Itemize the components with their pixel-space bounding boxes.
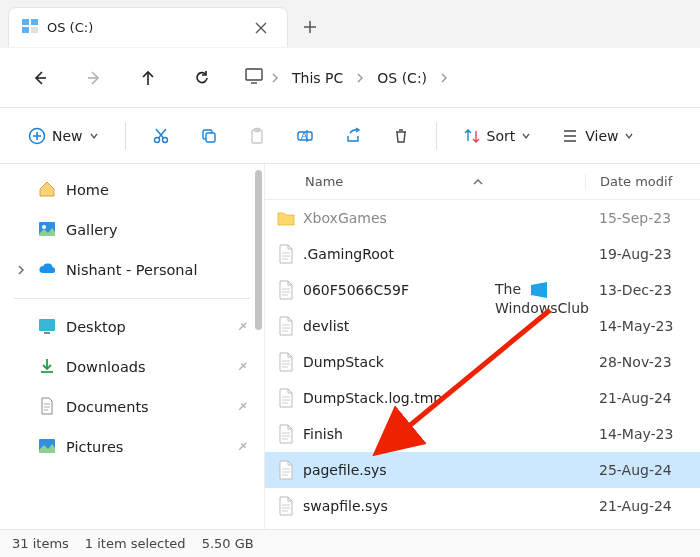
file-date: 13-Dec-23 (585, 282, 700, 298)
pin-icon (232, 317, 252, 337)
drive-icon (21, 17, 39, 39)
pin-icon (232, 437, 252, 457)
desktop-icon (38, 317, 56, 338)
delete-button[interactable] (382, 118, 420, 154)
file-name: Finish (299, 426, 585, 442)
file-name: .GamingRoot (299, 246, 585, 262)
sidebar-item-label: Desktop (66, 319, 126, 335)
sidebar-item-label: Gallery (66, 222, 118, 238)
share-button[interactable] (334, 118, 372, 154)
list-icon (561, 127, 579, 145)
sidebar-item-label: Documents (66, 399, 149, 415)
file-name: DumpStack.log.tmp (299, 390, 585, 406)
main-area: Home Gallery Nishant - Personal Desktop … (0, 164, 700, 529)
new-tab-button[interactable] (292, 9, 328, 45)
breadcrumb[interactable]: This PC OS (C:) (244, 66, 449, 90)
new-button[interactable]: New (18, 118, 109, 154)
file-name: swapfile.sys (299, 498, 585, 514)
close-tab-button[interactable] (247, 14, 275, 42)
sidebar-item-onedrive[interactable]: Nishant - Personal (0, 250, 264, 290)
svg-rect-16 (39, 319, 55, 331)
file-icon (265, 496, 299, 516)
sidebar-scrollbar[interactable] (255, 170, 262, 330)
column-header-name[interactable]: Name (265, 174, 585, 189)
file-row[interactable]: XboxGames15-Sep-23 (265, 200, 700, 236)
file-row[interactable]: DumpStack.log.tmp21-Aug-24 (265, 380, 700, 416)
status-size: 5.50 GB (202, 536, 254, 551)
file-date: 21-Aug-24 (585, 498, 700, 514)
chevron-down-icon (89, 128, 99, 144)
file-icon (265, 352, 299, 372)
sort-button[interactable]: Sort (453, 118, 542, 154)
view-label: View (585, 128, 618, 144)
watermark: The WindowsClub (495, 280, 589, 317)
crumb-drive[interactable]: OS (C:) (371, 66, 433, 90)
sidebar-item-label: Downloads (66, 359, 146, 375)
up-button[interactable] (128, 58, 168, 98)
svg-point-7 (162, 137, 167, 142)
file-icon (265, 244, 299, 264)
separator (14, 298, 250, 299)
sidebar-item-pictures[interactable]: Pictures (0, 427, 264, 467)
pin-icon (232, 357, 252, 377)
sidebar-item-documents[interactable]: Documents (0, 387, 264, 427)
forward-button[interactable] (74, 58, 114, 98)
file-row[interactable]: pagefile.sys25-Aug-24 (265, 452, 700, 488)
windows-flag-icon (530, 281, 548, 299)
sidebar-item-label: Home (66, 182, 109, 198)
file-row[interactable]: swapfile.sys21-Aug-24 (265, 488, 700, 524)
file-row[interactable]: 060F5066C59F13-Dec-23 (265, 272, 700, 308)
file-row[interactable]: Finish14-May-23 (265, 416, 700, 452)
rename-icon: A (296, 127, 314, 145)
svg-rect-0 (22, 19, 29, 25)
file-name: devlist (299, 318, 585, 334)
cut-button[interactable] (142, 118, 180, 154)
tab[interactable]: OS (C:) (8, 7, 288, 47)
file-row[interactable]: DumpStack28-Nov-23 (265, 344, 700, 380)
refresh-button[interactable] (182, 58, 222, 98)
copy-button[interactable] (190, 118, 228, 154)
chevron-right-icon[interactable] (355, 68, 365, 87)
view-button[interactable]: View (551, 118, 644, 154)
sort-label: Sort (487, 128, 516, 144)
sidebar-item-desktop[interactable]: Desktop (0, 307, 264, 347)
paste-button[interactable] (238, 118, 276, 154)
sidebar-item-home[interactable]: Home (0, 170, 264, 210)
file-list[interactable]: XboxGames15-Sep-23.GamingRoot19-Aug-2306… (265, 200, 700, 529)
folder-icon (265, 210, 299, 226)
monitor-icon (244, 66, 264, 90)
status-bar: 31 items 1 item selected 5.50 GB (0, 529, 700, 557)
chevron-right-icon[interactable] (12, 261, 30, 279)
column-header-date[interactable]: Date modif (585, 174, 700, 189)
copy-icon (200, 127, 218, 145)
tab-strip: OS (C:) (0, 0, 700, 48)
file-row[interactable]: .GamingRoot19-Aug-23 (265, 236, 700, 272)
svg-rect-3 (31, 27, 38, 33)
chevron-right-icon[interactable] (439, 68, 449, 87)
file-date: 28-Nov-23 (585, 354, 700, 370)
crumb-this-pc[interactable]: This PC (286, 66, 349, 90)
sidebar-item-label: Nishant - Personal (66, 262, 197, 278)
file-name: XboxGames (299, 210, 585, 226)
svg-point-15 (42, 225, 46, 229)
column-date-label: Date modif (600, 174, 672, 189)
trash-icon (392, 127, 410, 145)
file-date: 25-Aug-24 (585, 462, 700, 478)
chevron-right-icon[interactable] (270, 68, 280, 87)
file-date: 14-May-23 (585, 318, 700, 334)
chevron-down-icon (521, 128, 531, 144)
svg-rect-2 (22, 27, 29, 33)
scissors-icon (152, 127, 170, 145)
back-button[interactable] (20, 58, 60, 98)
sidebar-item-downloads[interactable]: Downloads (0, 347, 264, 387)
file-row[interactable]: devlist14-May-23 (265, 308, 700, 344)
file-date: 21-Aug-24 (585, 390, 700, 406)
sidebar: Home Gallery Nishant - Personal Desktop … (0, 164, 265, 529)
toolbar: New A Sort View (0, 108, 700, 164)
file-date: 15-Sep-23 (585, 210, 700, 226)
rename-button[interactable]: A (286, 118, 324, 154)
new-label: New (52, 128, 83, 144)
picture-icon (38, 437, 56, 458)
sidebar-item-gallery[interactable]: Gallery (0, 210, 264, 250)
clipboard-icon (248, 127, 266, 145)
